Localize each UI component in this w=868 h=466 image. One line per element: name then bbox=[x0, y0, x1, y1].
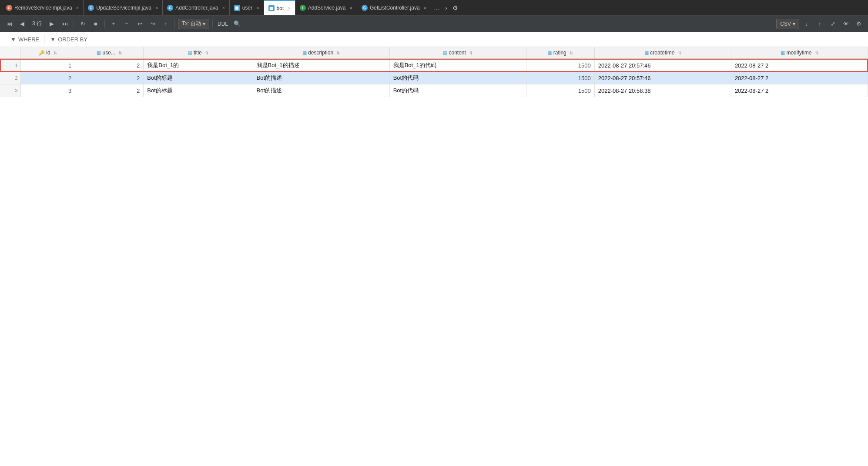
tx-label: Tx: 自动 bbox=[182, 20, 201, 27]
tab-addcontroller[interactable]: C AddController.java × bbox=[163, 0, 230, 16]
col-header-title[interactable]: ▦ title ⇅ bbox=[144, 47, 253, 59]
cell-createtime[interactable]: 2022-08-27 20:57:46 bbox=[594, 72, 731, 84]
tab-close-remove[interactable]: × bbox=[76, 5, 79, 10]
table-icon-desc: ▦ bbox=[302, 50, 307, 55]
orderby-filter-button[interactable]: ▼ ORDER BY bbox=[45, 34, 93, 44]
cell-description[interactable]: Bot的描述 bbox=[253, 72, 389, 84]
cell-id[interactable]: 3 bbox=[20, 84, 75, 97]
sep2 bbox=[104, 20, 105, 28]
first-record-button[interactable]: ⏮ bbox=[3, 18, 15, 30]
cell-rownum[interactable]: 3 bbox=[0, 84, 20, 97]
search-button[interactable]: 🔍 bbox=[231, 18, 243, 30]
sort-icon-createtime: ⇅ bbox=[678, 51, 681, 55]
tab-more-button[interactable]: … bbox=[431, 4, 442, 11]
tab-user[interactable]: ▦ user × bbox=[230, 0, 264, 16]
cell-content[interactable]: Bot的代码 bbox=[389, 72, 526, 84]
cell-createtime[interactable]: 2022-08-27 20:58:38 bbox=[594, 84, 731, 97]
col-header-content[interactable]: ▦ content ⇅ bbox=[389, 47, 526, 59]
col-label-content: content bbox=[449, 50, 466, 56]
table-row[interactable]: 112我是Bot_1的我是Bot_1的描述我是Bot_1的代码15002022-… bbox=[0, 59, 868, 72]
cell-modifytime[interactable]: 2022-08-27 2 bbox=[731, 84, 868, 97]
undo-button[interactable]: ↩ bbox=[134, 18, 145, 30]
col-header-rownum bbox=[0, 47, 20, 59]
cell-description[interactable]: 我是Bot_1的描述 bbox=[253, 59, 389, 72]
delete-row-button[interactable]: − bbox=[121, 18, 132, 30]
csv-dropdown[interactable]: CSV ▾ bbox=[776, 19, 799, 29]
cell-rating[interactable]: 1500 bbox=[526, 84, 594, 97]
cell-title[interactable]: Bot的标题 bbox=[144, 84, 253, 97]
tab-overflow-button[interactable]: › bbox=[442, 4, 450, 11]
cell-description[interactable]: Bot的描述 bbox=[253, 84, 389, 97]
cell-createtime[interactable]: 2022-08-27 20:57:46 bbox=[594, 59, 731, 72]
col-header-id[interactable]: 🔑 id ⇅ bbox=[20, 47, 75, 59]
col-header-use[interactable]: ▦ use... ⇅ bbox=[75, 47, 144, 59]
refresh-button[interactable]: ↻ bbox=[77, 18, 88, 30]
next-record-button[interactable]: ▶ bbox=[46, 18, 57, 30]
tab-close-update[interactable]: × bbox=[155, 5, 158, 10]
view-button[interactable]: 👁 bbox=[840, 18, 851, 30]
cell-content[interactable]: 我是Bot_1的代码 bbox=[389, 59, 526, 72]
col-label-createtime: createtime bbox=[650, 50, 674, 56]
sort-icon-id: ⇅ bbox=[54, 51, 57, 55]
where-filter-button[interactable]: ▼ WHERE bbox=[5, 34, 45, 44]
cell-id[interactable]: 1 bbox=[20, 59, 75, 72]
tab-icon-bot: ▦ bbox=[268, 5, 275, 11]
tab-bot[interactable]: ▦ bot × bbox=[264, 0, 295, 16]
cell-use[interactable]: 2 bbox=[75, 84, 144, 97]
download-button[interactable]: ↓ bbox=[801, 18, 812, 30]
tab-icon-update: C bbox=[88, 5, 94, 11]
ddl-label[interactable]: DDL bbox=[216, 21, 230, 27]
tab-update[interactable]: C UpdateServiceImpl.java × bbox=[84, 0, 163, 16]
tab-close-addservice[interactable]: × bbox=[349, 5, 352, 10]
row-count: 3 行 bbox=[30, 20, 44, 27]
stop-button[interactable]: ■ bbox=[90, 18, 101, 30]
prev-record-button[interactable]: ◀ bbox=[17, 18, 28, 30]
tab-close-addcontroller[interactable]: × bbox=[222, 5, 225, 10]
cell-use[interactable]: 2 bbox=[75, 72, 144, 84]
table-row[interactable]: 332Bot的标题Bot的描述Bot的代码15002022-08-27 20:5… bbox=[0, 84, 868, 97]
expand-button[interactable]: ⤢ bbox=[827, 18, 838, 30]
tab-close-bot[interactable]: × bbox=[288, 6, 290, 11]
sep3 bbox=[174, 20, 175, 28]
tab-close-user[interactable]: × bbox=[256, 5, 259, 10]
col-header-rating[interactable]: ▦ rating ⇅ bbox=[526, 47, 594, 59]
col-header-description[interactable]: ▦ description ⇅ bbox=[253, 47, 389, 59]
cell-use[interactable]: 2 bbox=[75, 59, 144, 72]
cell-content[interactable]: Bot的代码 bbox=[389, 84, 526, 97]
tab-close-getlist[interactable]: × bbox=[424, 5, 426, 10]
cell-modifytime[interactable]: 2022-08-27 2 bbox=[731, 59, 868, 72]
sort-icon-use: ⇅ bbox=[118, 51, 122, 55]
col-header-createtime[interactable]: ▦ createtime ⇅ bbox=[594, 47, 731, 59]
tx-dropdown[interactable]: Tx: 自动 ▾ bbox=[178, 19, 209, 29]
tab-label-addservice: AddService.java bbox=[308, 5, 346, 11]
cell-rating[interactable]: 1500 bbox=[526, 72, 594, 84]
cell-rownum[interactable]: 1 bbox=[0, 59, 20, 72]
col-label-use: use... bbox=[103, 50, 115, 56]
sort-icon-title: ⇅ bbox=[205, 51, 208, 55]
redo-button[interactable]: ↪ bbox=[147, 18, 158, 30]
csv-label: CSV bbox=[780, 21, 791, 27]
tab-settings-button[interactable]: ⚙ bbox=[450, 4, 461, 11]
tab-label-addcontroller: AddController.java bbox=[175, 5, 218, 11]
cell-rating[interactable]: 1500 bbox=[526, 59, 594, 72]
tab-addservice[interactable]: I AddService.java × bbox=[295, 0, 357, 16]
where-label: WHERE bbox=[18, 36, 39, 43]
settings-button[interactable]: ⚙ bbox=[853, 18, 865, 30]
upload2-button[interactable]: ↑ bbox=[814, 18, 825, 30]
upload-button[interactable]: ↑ bbox=[160, 18, 171, 30]
tab-remove[interactable]: C RemoveServiceImpl.java × bbox=[2, 0, 84, 16]
cell-rownum[interactable]: 2 bbox=[0, 72, 20, 84]
table-icon-createtime: ▦ bbox=[644, 50, 649, 55]
cell-title[interactable]: 我是Bot_1的 bbox=[144, 59, 253, 72]
last-record-button[interactable]: ⏭ bbox=[59, 18, 70, 30]
col-header-modifytime[interactable]: ▦ modifytime ⇅ bbox=[731, 47, 868, 59]
sort-icon-content: ⇅ bbox=[469, 51, 473, 55]
cell-id[interactable]: 2 bbox=[20, 72, 75, 84]
add-row-button[interactable]: + bbox=[108, 18, 119, 30]
tab-getlist[interactable]: C GetListController.java × bbox=[357, 0, 431, 16]
cell-modifytime[interactable]: 2022-08-27 2 bbox=[731, 72, 868, 84]
table-row[interactable]: 222Bot的标题Bot的描述Bot的代码15002022-08-27 20:5… bbox=[0, 72, 868, 84]
tab-icon-getlist: C bbox=[362, 5, 368, 11]
cell-title[interactable]: Bot的标题 bbox=[144, 72, 253, 84]
table-body: 112我是Bot_1的我是Bot_1的描述我是Bot_1的代码15002022-… bbox=[0, 59, 868, 97]
